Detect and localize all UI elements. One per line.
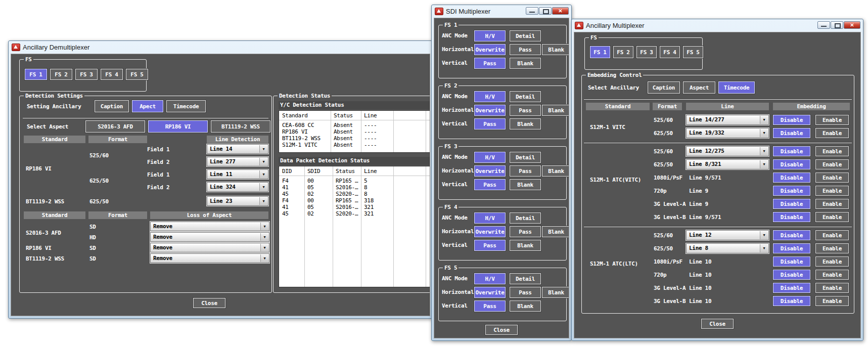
s2016-3-afd-button[interactable]: S2016-3 AFD [85,120,145,133]
line-dropdown[interactable]: Line 8/321 [686,159,769,169]
horizontal-pass-button[interactable]: Pass [510,165,541,177]
line-detection-dropdown-625-f2[interactable]: Line 324 [207,182,268,192]
line-detection-dropdown-625-f1[interactable]: Line 11 [207,169,268,179]
enable-button[interactable]: Enable [815,256,849,267]
horizontal-pass-button[interactable]: Pass [510,226,541,237]
titlebar[interactable]: SDI Multiplexer [432,5,571,18]
disable-button[interactable]: Disable [773,115,810,125]
enable-button[interactable]: Enable [815,296,849,306]
maximize-icon[interactable] [539,7,552,15]
disable-button[interactable]: Disable [773,186,810,196]
titlebar[interactable]: Ancillary Multiplexer [572,19,863,32]
fs4-button[interactable]: FS 4 [101,69,123,80]
horizontal-blank-button[interactable]: Blank [542,165,569,177]
disable-button[interactable]: Disable [773,296,810,306]
vertical-blank-button[interactable]: Blank [510,240,541,251]
horizontal-overwrite-button[interactable]: Overwrite [474,226,506,237]
fs5-button[interactable]: FS 5 [126,69,148,80]
enable-button[interactable]: Enable [815,270,849,280]
anc-mode-hv-button[interactable]: H/V [474,91,506,102]
rp186-vi-button[interactable]: RP186 VI [148,120,208,133]
line-dropdown[interactable]: Line 12/275 [686,146,769,156]
line-dropdown[interactable]: Line 19/332 [686,128,769,138]
minimize-icon[interactable] [526,7,538,15]
horizontal-blank-button[interactable]: Blank [542,44,569,55]
horizontal-pass-button[interactable]: Pass [510,287,541,298]
vertical-pass-button[interactable]: Pass [474,179,506,190]
enable-button[interactable]: Enable [815,243,849,253]
maximize-icon[interactable] [831,21,843,29]
enable-button[interactable]: Enable [815,115,849,125]
loss-of-aspect-dropdown-bt1119-sd[interactable]: Remove [150,253,269,263]
timecode-button[interactable]: Timecode [718,81,755,94]
line-detection-dropdown-wss[interactable]: Line 23 [207,196,268,206]
fs1-button[interactable]: FS 1 [25,69,47,80]
line-detection-dropdown-525-f2[interactable]: Line 277 [207,157,268,166]
disable-button[interactable]: Disable [773,159,810,169]
horizontal-overwrite-button[interactable]: Overwrite [474,105,506,116]
caption-button[interactable]: Caption [95,100,129,112]
anc-mode-detail-button[interactable]: Detail [510,91,541,102]
bt1119-2-wss-button[interactable]: BT1119-2 WSS [211,120,270,133]
enable-button[interactable]: Enable [815,146,849,156]
disable-button[interactable]: Disable [773,172,810,183]
fs5-button[interactable]: FS 5 [683,46,703,58]
fs3-button[interactable]: FS 3 [75,69,98,80]
apect-button[interactable]: Apect [132,100,163,112]
vertical-blank-button[interactable]: Blank [510,179,541,190]
enable-button[interactable]: Enable [815,230,849,240]
horizontal-overwrite-button[interactable]: Overwrite [474,287,506,298]
close-icon[interactable] [552,7,569,15]
anc-mode-hv-button[interactable]: H/V [474,212,506,224]
horizontal-blank-button[interactable]: Blank [542,226,569,237]
loss-of-aspect-dropdown-afd-sd[interactable]: Remove [150,222,269,231]
vertical-pass-button[interactable]: Pass [474,300,506,312]
anc-mode-detail-button[interactable]: Detail [510,30,541,41]
enable-button[interactable]: Enable [815,159,849,169]
timecode-button[interactable]: Timecode [166,100,206,112]
disable-button[interactable]: Disable [773,146,810,156]
close-button[interactable]: Close [485,325,518,335]
close-button[interactable]: Close [193,298,225,308]
disable-button[interactable]: Disable [773,199,810,209]
anc-mode-detail-button[interactable]: Detail [510,152,541,163]
anc-mode-hv-button[interactable]: H/V [474,152,506,163]
enable-button[interactable]: Enable [815,128,849,138]
line-dropdown[interactable]: Line 14/277 [686,115,769,125]
disable-button[interactable]: Disable [773,270,810,280]
loss-of-aspect-dropdown-rp186-sd[interactable]: Remove [150,243,269,252]
disable-button[interactable]: Disable [773,243,810,253]
vertical-pass-button[interactable]: Pass [474,240,506,251]
disable-button[interactable]: Disable [773,256,810,267]
fs2-button[interactable]: FS 2 [50,69,72,80]
anc-mode-hv-button[interactable]: H/V [474,30,506,41]
caption-button[interactable]: Caption [648,81,680,94]
anc-mode-hv-button[interactable]: H/V [474,273,506,284]
aspect-button[interactable]: Aspect [683,81,715,94]
close-button[interactable]: Close [701,319,734,329]
anc-mode-detail-button[interactable]: Detail [510,212,541,224]
close-icon[interactable] [844,21,860,29]
vertical-pass-button[interactable]: Pass [474,118,506,129]
enable-button[interactable]: Enable [815,199,849,209]
loss-of-aspect-dropdown-afd-hd[interactable]: Remove [150,232,269,242]
horizontal-overwrite-button[interactable]: Overwrite [474,44,506,55]
enable-button[interactable]: Enable [815,172,849,183]
horizontal-pass-button[interactable]: Pass [510,105,541,116]
horizontal-blank-button[interactable]: Blank [542,105,569,116]
disable-button[interactable]: Disable [773,212,810,222]
enable-button[interactable]: Enable [815,283,849,293]
titlebar[interactable]: Ancillary Demultiplexer [9,41,432,54]
vertical-blank-button[interactable]: Blank [510,300,541,312]
line-detection-dropdown-525-f1[interactable]: Line 14 [207,144,268,154]
line-dropdown[interactable]: Line 8 [686,243,769,253]
line-dropdown[interactable]: Line 12 [686,230,769,240]
fs3-button[interactable]: FS 3 [636,46,657,58]
horizontal-blank-button[interactable]: Blank [542,287,569,298]
enable-button[interactable]: Enable [815,186,849,196]
fs1-button[interactable]: FS 1 [590,46,610,58]
fs4-button[interactable]: FS 4 [660,46,680,58]
fs2-button[interactable]: FS 2 [613,46,633,58]
vertical-pass-button[interactable]: Pass [474,58,506,69]
enable-button[interactable]: Enable [815,212,849,222]
